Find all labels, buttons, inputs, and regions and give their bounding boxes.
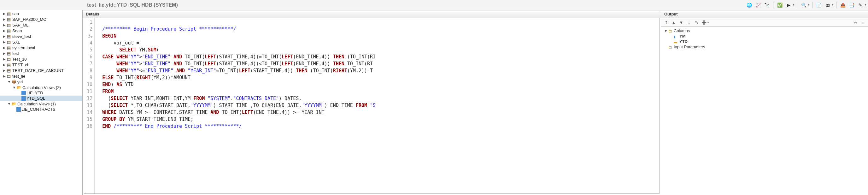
tree-item-test-10[interactable]: ▶Test_10 [0, 56, 82, 62]
dropdown-arrow-icon[interactable]: ▾ [708, 21, 709, 24]
editor-title: test_lie.ytd::YTD_SQL HDB (SYSTEM) [2, 2, 746, 8]
export-icon[interactable]: 📤 [839, 2, 846, 8]
line-number: 15 [87, 116, 92, 123]
code-line[interactable]: WHEN"YM">"END_TIME" AND TO_INT(LEFT(STAR… [96, 60, 376, 67]
code-line[interactable]: BEGIN [96, 32, 376, 39]
tree-item-system-local[interactable]: ▶system-local [0, 45, 82, 51]
tree-item-calculation-views-2-[interactable]: ▼Calculation Views (2) [0, 85, 82, 90]
tree-item-label: system-local [12, 46, 35, 50]
expand-icon[interactable]: ▶ [2, 29, 6, 33]
code-line[interactable]: CASE WHEN"YM">"END_TIME" AND TO_INT(LEFT… [96, 53, 376, 60]
code-line[interactable]: FROM [96, 88, 376, 95]
tree-item-label: TEST_DATE_OF_AMOUNT [12, 68, 64, 73]
copy-icon[interactable]: 📑 [848, 2, 855, 8]
code-line[interactable]: var_out = [96, 39, 376, 46]
tree-item-test-date-of-amount[interactable]: ▶TEST_DATE_OF_AMOUNT [0, 67, 82, 73]
tree-item-ytd-sql[interactable]: YTD_SQL [0, 95, 82, 101]
expand-icon[interactable]: ▶ [2, 17, 6, 22]
up-icon[interactable]: ▲ [671, 19, 677, 26]
expand-icon[interactable]: ▶ [2, 40, 6, 44]
output-item-columns[interactable]: ▼Columns [663, 28, 866, 33]
fold-icon[interactable]: ⊖ [91, 35, 92, 38]
expand-icon[interactable]: ▶ [2, 12, 6, 16]
code-editor[interactable]: 123⊖45678910111213141516 /********* Begi… [84, 18, 659, 194]
navigator-tree[interactable]: ▶sap▶SAP_HA3000_MC▶SAP_ML▶Sean▶steve_tes… [0, 10, 83, 195]
tree-item-steve-test[interactable]: ▶steve_test [0, 33, 82, 39]
dropdown-arrow-icon[interactable]: ▾ [793, 3, 794, 6]
dropdown-arrow-icon[interactable]: ▾ [808, 3, 809, 6]
schema-icon [6, 22, 11, 27]
tree-item-lie-ytd[interactable]: LIE_YTD [0, 90, 82, 95]
binoculars-icon[interactable]: 🔭 [763, 2, 770, 8]
expand-icon[interactable]: ▶ [2, 68, 6, 73]
code-line[interactable]: SELECT YM,SUM( [96, 46, 376, 53]
code-line[interactable]: WHERE DATES.YM >= CONTRACT.START_TIME AN… [96, 109, 376, 116]
column-blue-icon [674, 34, 678, 38]
tree-item-label: SAP_ML [12, 23, 28, 27]
grid-icon[interactable]: ▦ [824, 2, 831, 8]
dropdown-arrow-icon[interactable]: ▾ [865, 3, 866, 6]
globe-icon[interactable]: 🌐 [746, 2, 752, 8]
expand-icon[interactable]: ▶ [2, 74, 6, 78]
expand-h-icon[interactable]: ⇿ [852, 19, 859, 26]
chart-icon[interactable]: 📈 [754, 2, 762, 8]
document-icon[interactable]: 📄 [815, 2, 822, 8]
code-line[interactable]: (SELECT *,TO_CHAR(START_DATE,'YYYYMM') S… [96, 102, 376, 109]
collapse-icon[interactable]: ▼ [12, 85, 17, 89]
expand-icon[interactable]: ▶ [2, 34, 6, 38]
folder-open-icon [17, 85, 22, 90]
tree-item-test-lie[interactable]: ▶test_lie [0, 73, 82, 79]
tree-item-calculation-views-1-[interactable]: ▼Calculation Views (1) [0, 101, 82, 107]
toolbar-divider [773, 2, 773, 8]
output-item-input-parameters[interactable]: Input Parameters [663, 44, 866, 50]
tree-item-sap[interactable]: ▶sap [0, 11, 82, 17]
collapse-all-icon[interactable]: ⤒ [663, 19, 669, 26]
code-line[interactable]: END) AS YTD [96, 81, 376, 88]
tree-item-label: LIE_YTD [27, 90, 43, 95]
code-line[interactable]: ELSE TO_INT(RIGHT(YM,2))*AMOUNT [96, 74, 376, 81]
line-number: 11 [87, 88, 92, 95]
tree-item-sxl[interactable]: ▶SXL [0, 39, 82, 45]
expand-icon[interactable]: ▶ [2, 51, 6, 56]
tree-item-test-ch[interactable]: ▶TEST_ch [0, 62, 82, 67]
add-icon[interactable]: ➕ [701, 19, 707, 26]
output-item-ym[interactable]: YM [663, 33, 866, 39]
line-number: 7 [87, 60, 92, 67]
tree-item-sap-ml[interactable]: ▶SAP_ML [0, 22, 82, 28]
output-tree[interactable]: ▼ColumnsYMYTDInput Parameters [661, 27, 868, 195]
output-item-ytd[interactable]: YTD [663, 39, 866, 44]
expand-icon[interactable]: ▶ [2, 57, 6, 61]
edit-icon[interactable]: ✎ [693, 19, 700, 26]
inspect-icon[interactable]: 🔍 [800, 2, 807, 8]
check-icon[interactable]: ✅ [776, 2, 783, 8]
collapse-icon[interactable]: ▼ [7, 102, 11, 106]
code-line[interactable]: END /********* End Procedure Script ****… [96, 123, 376, 130]
collapse-icon[interactable]: ⤓ [686, 19, 692, 26]
schema-icon [6, 62, 11, 67]
output-header: Output [661, 10, 868, 18]
tree-item-sean[interactable]: ▶Sean [0, 28, 82, 33]
dropdown-arrow-icon[interactable]: ▾ [832, 3, 833, 6]
collapse-icon[interactable]: ▼ [7, 80, 11, 84]
code-area[interactable]: /********* Begin Procedure Script ******… [95, 18, 377, 193]
expand-icon[interactable]: ▶ [2, 23, 6, 27]
schema-icon [6, 17, 11, 22]
tree-item-test[interactable]: ▶test [0, 51, 82, 56]
play-icon[interactable]: ▶ [785, 2, 792, 8]
tree-item-lie-contracts[interactable]: LIE_CONTRACTS [0, 107, 82, 112]
expand-icon[interactable]: ▶ [2, 63, 6, 67]
edit-icon[interactable]: ✎ [857, 2, 864, 8]
code-line[interactable]: (SELECT YEAR_INT,MONTH_INT,YM FROM "SYST… [96, 95, 376, 102]
code-line[interactable]: WHEN"YM"<="END_TIME" AND "YEAR_INT"=TO_I… [96, 67, 376, 74]
code-line[interactable] [96, 19, 376, 26]
down-icon[interactable]: ▼ [678, 19, 684, 26]
tree-item-sap-ha3000-mc[interactable]: ▶SAP_HA3000_MC [0, 17, 82, 22]
code-line[interactable]: /********* Begin Procedure Script ******… [96, 26, 376, 32]
tree-item-label: test [12, 51, 19, 56]
line-number: 6 [87, 53, 92, 60]
collapse-icon[interactable]: ▼ [663, 29, 668, 33]
tree-item-ytd[interactable]: ▼ytd [0, 79, 82, 85]
code-line[interactable]: GROUP BY YM,START_TIME,END_TIME; [96, 116, 376, 123]
expand-icon[interactable]: ▶ [2, 46, 6, 50]
expand-v-icon[interactable]: ↕ [860, 19, 866, 26]
